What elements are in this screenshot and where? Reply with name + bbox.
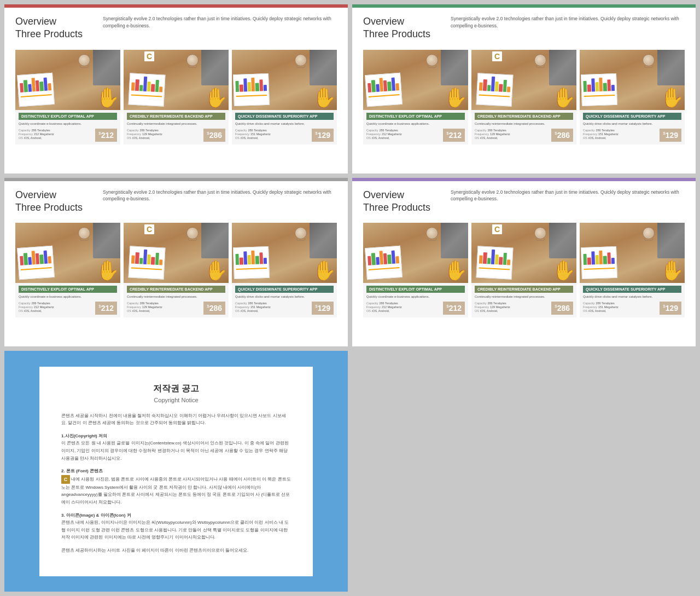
product-card-4[interactable]: 🤚 DISTINCTIVELY EXPLOIT OPTIMAL APP Quic… bbox=[363, 50, 468, 144]
product-name-3: QUICKLY DISSEMINATE SUPERIORITY APP bbox=[235, 113, 334, 120]
gray-placeholder bbox=[352, 351, 696, 592]
product-name-2: CREDIBLY REINTERMEDIATE BACKEND APP bbox=[127, 113, 225, 120]
copyright-footer: 콘텐츠 세공하이시하는 사이트 사진을 이 페이지이 따른이 이바린 콘텐츠이이… bbox=[61, 547, 291, 554]
product-card-11[interactable]: C 🤚 CREDIBLY REINTERMEDIATE BACKEND APP … bbox=[471, 223, 576, 317]
panel-2-title: Overview Three Products bbox=[363, 15, 440, 41]
panel-1-desc: Synergistically evolve 2.0 technologies … bbox=[103, 15, 337, 30]
copyright-panel: 저작권 공고 Copyright Notice 콘텐츠 세공을 시작하시 전에이… bbox=[4, 351, 348, 592]
c-logo-copyright: C bbox=[61, 475, 70, 484]
copyright-inner: 저작권 공고 Copyright Notice 콘텐츠 세공을 시작하시 전에이… bbox=[39, 367, 313, 576]
c-logo-2: C bbox=[144, 51, 154, 61]
panel-3: Overview Three Products Synergistically … bbox=[4, 178, 348, 347]
product-info-1: DISTINCTIVELY EXPLOIT OPTIMAL APP Quickl… bbox=[15, 110, 120, 144]
panel-2: Overview Three Products Synergistically … bbox=[352, 4, 696, 173]
product-info-3: QUICKLY DISSEMINATE SUPERIORITY APP Quic… bbox=[232, 110, 337, 144]
panel-3-desc: Synergistically evolve 2.0 technologies … bbox=[103, 189, 337, 203]
copyright-body: 콘텐츠 세공을 시작하시 전에이 내용을 철저히 숙지하십시오 이해하기 어렵거… bbox=[61, 412, 291, 554]
product-card-3[interactable]: 🤚 QUICKLY DISSEMINATE SUPERIORITY APP Qu… bbox=[232, 50, 337, 144]
product-image-2: C 🤚 bbox=[124, 50, 229, 110]
panel-3-header: Overview Three Products Synergistically … bbox=[15, 189, 337, 215]
copyright-intro: 콘텐츠 세공을 시작하시 전에이 내용을 철저히 숙지하십시오 이해하기 어렵거… bbox=[61, 412, 291, 427]
panel-3-title: Overview Three Products bbox=[15, 189, 92, 215]
product-card-10[interactable]: 🤚 DISTINCTIVELY EXPLOIT OPTIMAL APP Quic… bbox=[363, 223, 468, 317]
specs-table-3: Capacity286 Terabytes Frequency151 Megah… bbox=[235, 129, 271, 140]
product-card-9[interactable]: 🤚 QUICKLY DISSEMINATE SUPERIORITY APP Qu… bbox=[232, 223, 337, 317]
product-card-8[interactable]: C 🤚 CREDIBLY REINTERMEDIATE BACKEND APP … bbox=[124, 223, 229, 317]
specs-table-1: Capacity286 Terabytes Frequency212 Megah… bbox=[19, 129, 54, 140]
product-image-3: 🤚 bbox=[232, 50, 337, 110]
product-image-4: 🤚 bbox=[363, 50, 468, 110]
product-desc-2: Continually reintermediate integrated pr… bbox=[127, 122, 225, 126]
product-desc-1: Quickly coordinate e-business applicatio… bbox=[19, 122, 117, 126]
product-name-1: DISTINCTIVELY EXPLOIT OPTIMAL APP bbox=[19, 113, 117, 120]
panel-1-title: Overview Three Products bbox=[15, 15, 92, 41]
panel-4-desc: Synergistically evolve 2.0 technologies … bbox=[451, 189, 685, 203]
copyright-section2: 2. 폰트 (Font) 콘텐츠 C 내에 사용된 사진은, 범용 폰트로 사이… bbox=[61, 467, 291, 506]
product-specs-3: Capacity286 Terabytes Frequency151 Megah… bbox=[235, 129, 334, 142]
hand-icon-2: 🤚 bbox=[203, 86, 228, 109]
price-box-2: $286 bbox=[203, 129, 225, 142]
panel-1-header: Overview Three Products Synergistically … bbox=[15, 15, 337, 41]
product-card-7[interactable]: 🤚 DISTINCTIVELY EXPLOIT OPTIMAL APP Quic… bbox=[15, 223, 120, 317]
product-specs-1: Capacity286 Terabytes Frequency212 Megah… bbox=[19, 129, 117, 142]
panel-1: Overview Three Products Synergistically … bbox=[4, 4, 348, 173]
panel-4: Overview Three Products Synergistically … bbox=[352, 178, 696, 347]
product-card-5[interactable]: C 🤚 CREDIBLY REINTERMEDIATE BACKEND APP … bbox=[471, 50, 576, 144]
panel-4-title: Overview Three Products bbox=[363, 189, 440, 215]
product-card-6[interactable]: 🤚 QUICKLY DISSEMINATE SUPERIORITY APP Qu… bbox=[580, 50, 685, 144]
products-grid-3: 🤚 DISTINCTIVELY EXPLOIT OPTIMAL APP Quic… bbox=[15, 223, 337, 317]
hand-icon-3: 🤚 bbox=[312, 86, 336, 109]
panel-4-header: Overview Three Products Synergistically … bbox=[363, 189, 685, 215]
product-card-12[interactable]: 🤚 QUICKLY DISSEMINATE SUPERIORITY APP Qu… bbox=[580, 223, 685, 317]
panel-2-header: Overview Three Products Synergistically … bbox=[363, 15, 685, 41]
products-grid-4: 🤚 DISTINCTIVELY EXPLOIT OPTIMAL APP Quic… bbox=[363, 223, 685, 317]
copyright-section1: 1.사진(Copyright) 저의 이 콘텐츠 모든 원 내 사용된 글로벌 … bbox=[61, 432, 291, 462]
product-specs-2: Capacity286 Terabytes Frequency129 Megah… bbox=[127, 129, 225, 142]
products-grid-1: 🤚 DISTINCTIVELY EXPLOIT OPTIMAL APP Quic… bbox=[15, 50, 337, 144]
product-image-1: 🤚 bbox=[15, 50, 120, 110]
products-grid-2: 🤚 DISTINCTIVELY EXPLOIT OPTIMAL APP Quic… bbox=[363, 50, 685, 144]
product-desc-3: Quickly drive clicks-and-mortar catalyst… bbox=[235, 122, 334, 126]
panel-2-desc: Synergistically evolve 2.0 technologies … bbox=[451, 15, 685, 30]
price-box-1: $212 bbox=[95, 129, 117, 142]
product-info-2: CREDIBLY REINTERMEDIATE BACKEND APP Cont… bbox=[124, 110, 229, 144]
specs-table-2: Capacity286 Terabytes Frequency129 Megah… bbox=[127, 129, 162, 140]
product-card-2[interactable]: C 🤚 CREDIBLY REINTERMEDIATE BACKEND APP … bbox=[124, 50, 229, 144]
hand-icon-1: 🤚 bbox=[95, 86, 119, 109]
copyright-section3: 3. 아이콘(Image) & 아이콘(Icon) 커 콘텐츠 내에 사용된, … bbox=[61, 512, 291, 541]
copyright-title-ko: 저작권 공고 bbox=[61, 383, 291, 395]
copyright-title-en: Copyright Notice bbox=[61, 397, 291, 403]
price-box-3: $129 bbox=[312, 129, 334, 142]
product-card-1[interactable]: 🤚 DISTINCTIVELY EXPLOIT OPTIMAL APP Quic… bbox=[15, 50, 120, 144]
